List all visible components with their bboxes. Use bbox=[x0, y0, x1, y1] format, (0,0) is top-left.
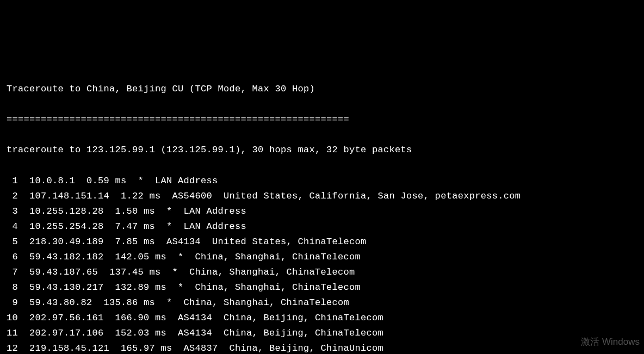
hop-row: 7 59.43.187.65 137.45 ms * China, Shangh… bbox=[7, 265, 637, 280]
hop-row: 1 10.0.8.1 0.59 ms * LAN Address bbox=[7, 173, 637, 189]
hop-row: 5 218.30.49.189 7.85 ms AS4134 United St… bbox=[7, 234, 637, 250]
hop-row: 12 219.158.45.121 165.97 ms AS4837 China… bbox=[7, 341, 637, 354]
traceroute-command: traceroute to 123.125.99.1 (123.125.99.1… bbox=[7, 142, 637, 158]
hop-row: 4 10.255.254.28 7.47 ms * LAN Address bbox=[7, 219, 637, 234]
hop-row: 11 202.97.17.106 152.03 ms AS4134 China,… bbox=[7, 326, 637, 341]
hop-row: 9 59.43.80.82 135.86 ms * China, Shangha… bbox=[7, 295, 637, 310]
hop-row: 10 202.97.56.161 166.90 ms AS4134 China,… bbox=[7, 310, 637, 326]
hop-row: 2 107.148.151.14 1.22 ms AS54600 United … bbox=[7, 189, 637, 204]
separator: ========================================… bbox=[7, 112, 637, 127]
hop-row: 3 10.255.128.28 1.50 ms * LAN Address bbox=[7, 204, 637, 219]
terminal-output: Traceroute to China, Beijing CU (TCP Mod… bbox=[7, 66, 637, 354]
hops-list: 1 10.0.8.1 0.59 ms * LAN Address 2 107.1… bbox=[7, 173, 637, 354]
traceroute-title: Traceroute to China, Beijing CU (TCP Mod… bbox=[7, 82, 637, 97]
hop-row: 8 59.43.130.217 132.89 ms * China, Shang… bbox=[7, 280, 637, 295]
hop-row: 6 59.43.182.182 142.05 ms * China, Shang… bbox=[7, 250, 637, 265]
windows-activation-watermark: 激活 Windows bbox=[581, 334, 640, 350]
